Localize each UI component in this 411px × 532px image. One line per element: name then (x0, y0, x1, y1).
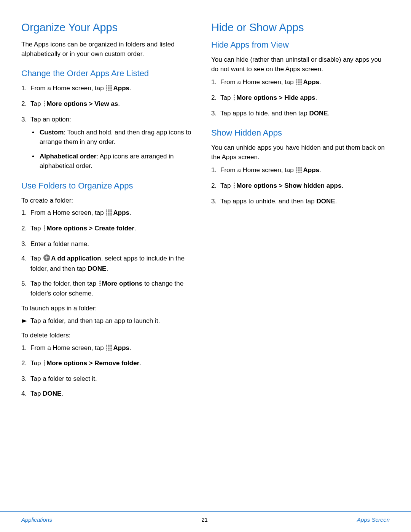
step: From a Home screen, tap Apps. (30, 343, 200, 354)
heading-hide-show-apps: Hide or Show Apps (211, 21, 390, 34)
more-options-icon (99, 280, 101, 289)
steps-hide-apps: From a Home screen, tap Apps. Tap More o… (211, 78, 390, 118)
step: Tap a folder to select it. (30, 374, 200, 384)
step: From a Home screen, tap Apps. (220, 78, 390, 88)
step: Tap More options > Show hidden apps. (220, 181, 390, 192)
option-list: Custom: Touch and hold, and then drag ap… (30, 128, 200, 171)
heading-use-folders: Use Folders to Organize Apps (21, 181, 200, 191)
step: Tap More options > Create folder. (30, 224, 200, 234)
step: Tap apps to unhide, and then tap DONE. (220, 197, 390, 206)
heading-change-order: Change the Order Apps Are Listed (21, 69, 200, 78)
steps-create-folder: From a Home screen, tap Apps. Tap More o… (21, 208, 200, 298)
heading-hide-apps: Hide Apps from View (211, 40, 390, 50)
left-column: Organize Your Apps The Apps icons can be… (21, 21, 200, 404)
step: Tap More options > Remove folder. (30, 359, 200, 369)
apps-grid-icon (296, 78, 302, 88)
list-item: Alphabetical order: App icons are arrang… (40, 152, 200, 171)
footer-right: Apps Screen (357, 516, 390, 523)
step: Tap More options > Hide apps. (220, 93, 390, 104)
more-options-icon (233, 182, 236, 192)
subheading-delete-folder: To delete folders: (21, 331, 200, 340)
more-options-icon (43, 225, 46, 234)
step: Tap More options > View as. (30, 99, 200, 110)
footer-page-number: 21 (201, 516, 208, 523)
intro-text: The Apps icons can be organized in folde… (21, 40, 200, 59)
step: Tap DONE. (30, 389, 200, 399)
more-options-icon (43, 359, 46, 369)
steps-change-order: From a Home screen, tap Apps. Tap More o… (21, 84, 200, 171)
steps-delete-folder: From a Home screen, tap Apps. Tap More o… (21, 343, 200, 399)
right-column: Hide or Show Apps Hide Apps from View Yo… (211, 21, 390, 404)
svg-marker-34 (22, 319, 27, 323)
step: From a Home screen, tap Apps. (30, 208, 200, 219)
arrow-right-icon (21, 316, 27, 326)
more-options-icon (43, 100, 46, 110)
step: Tap apps to hide, and then tap DONE. (220, 109, 390, 118)
steps-show-hidden-apps: From a Home screen, tap Apps. Tap More o… (211, 166, 390, 206)
apps-grid-icon (106, 344, 112, 354)
plus-circle-icon (43, 254, 50, 264)
step: Tap the folder, then tap More options to… (30, 279, 200, 299)
heading-show-hidden-apps: Show Hidden Apps (211, 128, 390, 138)
step: Tap A dd application, select apps to inc… (30, 254, 200, 273)
more-options-icon (233, 94, 236, 104)
subheading-create-folder: To create a folder: (21, 196, 200, 206)
show-intro: You can unhide apps you have hidden and … (211, 143, 390, 162)
apps-grid-icon (106, 209, 112, 219)
list-item: Custom: Touch and hold, and then drag ap… (40, 128, 200, 147)
step: Tap an option: Custom: Touch and hold, a… (30, 115, 200, 171)
step: From a Home screen, tap Apps. (220, 166, 390, 176)
apps-grid-icon (106, 85, 112, 94)
heading-organize-apps: Organize Your Apps (21, 21, 200, 34)
footer-left: Applications (21, 516, 52, 523)
hide-intro: You can hide (rather than uninstall or d… (211, 55, 390, 74)
launch-instruction: Tap a folder, and then tap an app to lau… (21, 316, 200, 326)
page-content: Organize Your Apps The Apps icons can be… (0, 0, 411, 404)
page-footer: Applications 21 Apps Screen (0, 511, 411, 532)
apps-grid-icon (296, 166, 302, 176)
step: Enter a folder name. (30, 240, 200, 249)
subheading-launch-folder: To launch apps in a folder: (21, 304, 200, 313)
step: From a Home screen, tap Apps. (30, 84, 200, 94)
